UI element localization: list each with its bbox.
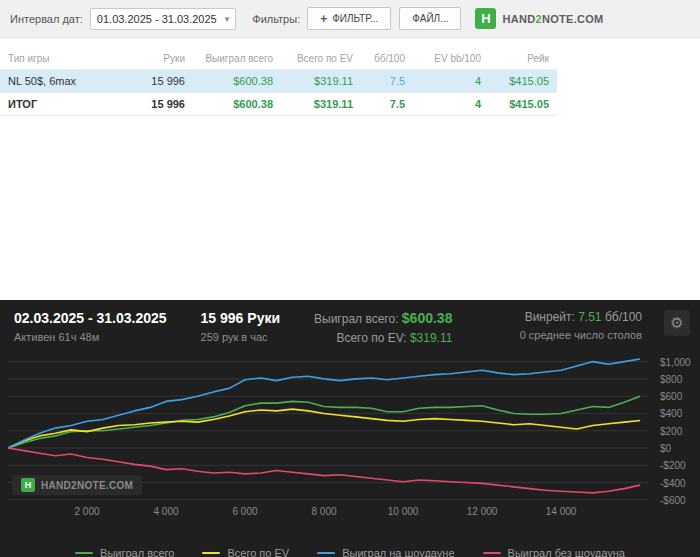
session-active-time: Активен 61ч 48м <box>14 331 167 343</box>
x-tick-label: 6 000 <box>233 506 258 517</box>
cell-won-total: $600.38 <box>193 93 281 116</box>
empty-area <box>0 116 700 300</box>
column-header-hands[interactable]: Руки <box>125 48 193 70</box>
x-tick-label: 12 000 <box>467 506 498 517</box>
hand2note-logo-text: HAND2NOTE.COM <box>502 13 603 25</box>
date-range-input[interactable]: 01.03.2025 - 31.03.2025 ▾ <box>90 8 236 30</box>
plus-icon: + <box>320 14 327 24</box>
add-filter-button[interactable]: + ФИЛЬТР... <box>307 7 391 30</box>
legend-color-dash <box>75 552 93 554</box>
session-stats-panel: 02.03.2025 - 31.03.2025 Активен 61ч 48м … <box>0 300 700 557</box>
x-tick-label: 4 000 <box>154 506 179 517</box>
table-row-total[interactable]: ИТОГ 15 996 $600.38 $319.11 7.5 4 $415.0… <box>0 93 557 116</box>
column-header-game-type[interactable]: Тип игры <box>0 48 125 70</box>
legend-item[interactable]: Выиграл на шоудауне <box>317 547 454 557</box>
y-tick-label: $600 <box>660 391 682 402</box>
column-header-ev-total[interactable]: Всего по EV <box>281 48 361 70</box>
cell-won-total: $600.38 <box>193 70 281 93</box>
filters-label: Фильтры: <box>252 13 300 25</box>
file-button-label: ФАЙЛ... <box>412 13 448 24</box>
column-header-bb100[interactable]: бб/100 <box>361 48 413 70</box>
hand2note-watermark-icon: H <box>21 478 35 492</box>
legend-label: Выиграл на шоудауне <box>342 547 454 557</box>
chart-legend: Выиграл всегоВсего по EVВыиграл на шоуда… <box>0 547 700 557</box>
toolbar: Интервал дат: 01.03.2025 - 31.03.2025 ▾ … <box>0 0 700 38</box>
x-tick-label: 8 000 <box>312 506 337 517</box>
table-header-row: Тип игры Руки Выиграл всего Всего по EV … <box>0 48 557 70</box>
table-row[interactable]: NL 50$, 6max 15 996 $600.38 $319.11 7.5 … <box>0 70 557 93</box>
y-tick-label: $1,000 <box>660 356 691 367</box>
cell-game-type: NL 50$, 6max <box>0 70 125 93</box>
equity-chart: $1,000$800$600$400$200$0-$200-$400-$600 … <box>8 353 700 505</box>
session-header: 02.03.2025 - 31.03.2025 Активен 61ч 48м … <box>0 300 700 345</box>
session-ev-total: Всего по EV: $319.11 <box>314 331 452 345</box>
hand2note-logo[interactable]: H HAND2NOTE.COM <box>475 8 603 29</box>
session-hands-count: 15 996 Руки <box>201 310 280 326</box>
legend-label: Всего по EV <box>227 547 289 557</box>
cell-ev-bb100: 4 <box>413 70 489 93</box>
cell-rake: $415.05 <box>489 93 557 116</box>
y-tick-label: -$400 <box>660 477 686 488</box>
hand2note-logo-icon: H <box>475 8 496 29</box>
chart-watermark: H HAND2NOTE.COM <box>12 475 142 495</box>
y-tick-label: -$200 <box>660 460 686 471</box>
cell-bb100: 7.5 <box>361 70 413 93</box>
column-header-ev-bb100[interactable]: EV bb/100 <box>413 48 489 70</box>
cell-hands: 15 996 <box>125 70 193 93</box>
legend-item[interactable]: Выиграл без шоудауна <box>483 547 625 557</box>
file-button[interactable]: ФАЙЛ... <box>399 7 461 30</box>
y-tick-label: $800 <box>660 373 682 384</box>
series-line <box>8 396 640 448</box>
session-date-range: 02.03.2025 - 31.03.2025 <box>14 310 167 326</box>
hand2note-watermark-text: HAND2NOTE.COM <box>41 480 133 491</box>
x-tick-label: 2 000 <box>74 506 99 517</box>
cell-ev-total: $319.11 <box>281 93 361 116</box>
legend-item[interactable]: Всего по EV <box>202 547 289 557</box>
y-tick-label: -$600 <box>660 494 686 505</box>
add-filter-button-label: ФИЛЬТР... <box>332 13 378 24</box>
report-table-section: Тип игры Руки Выиграл всего Всего по EV … <box>0 38 700 116</box>
y-tick-label: $0 <box>660 443 671 454</box>
settings-icon[interactable]: ⚙ <box>664 310 690 336</box>
x-tick-label: 10 000 <box>388 506 419 517</box>
cell-bb100: 7.5 <box>361 93 413 116</box>
game-type-table: Тип игры Руки Выиграл всего Всего по EV … <box>0 48 557 116</box>
session-avg-tables: 0 среднее число столов <box>520 329 642 341</box>
date-interval-label: Интервал дат: <box>10 13 83 25</box>
chart-y-axis: $1,000$800$600$400$200$0-$200-$400-$600 <box>652 353 700 505</box>
legend-color-dash <box>202 552 220 554</box>
column-header-won-total[interactable]: Выиграл всего <box>193 48 281 70</box>
legend-color-dash <box>317 552 335 554</box>
x-tick-label: 14 000 <box>546 506 577 517</box>
cell-hands: 15 996 <box>125 93 193 116</box>
session-winrate: Винрейт: 7.51 бб/100 <box>520 310 642 324</box>
series-line <box>8 359 640 448</box>
session-won-total: Выиграл всего: $600.38 <box>314 310 452 326</box>
y-tick-label: $200 <box>660 425 682 436</box>
legend-label: Выиграл всего <box>100 547 174 557</box>
chart-x-axis: 2 0004 0006 0008 00010 00012 00014 000 <box>8 505 648 519</box>
cell-game-type: ИТОГ <box>0 93 125 116</box>
chevron-down-icon[interactable]: ▾ <box>225 14 230 24</box>
legend-label: Выиграл без шоудауна <box>508 547 625 557</box>
session-hands-per-hour: 259 рук в час <box>201 331 280 343</box>
y-tick-label: $400 <box>660 408 682 419</box>
cell-ev-total: $319.11 <box>281 70 361 93</box>
column-header-rake[interactable]: Рейк <box>489 48 557 70</box>
cell-ev-bb100: 4 <box>413 93 489 116</box>
legend-item[interactable]: Выиграл всего <box>75 547 174 557</box>
legend-color-dash <box>483 552 501 554</box>
cell-rake: $415.05 <box>489 70 557 93</box>
date-range-value: 01.03.2025 - 31.03.2025 <box>97 13 217 25</box>
